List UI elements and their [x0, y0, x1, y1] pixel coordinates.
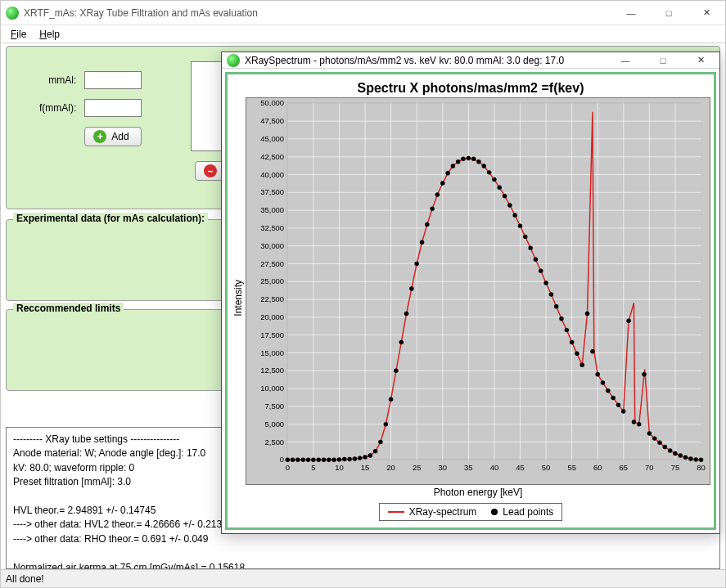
- svg-text:0: 0: [280, 456, 284, 465]
- svg-text:25,000: 25,000: [260, 277, 284, 286]
- svg-text:7,500: 7,500: [265, 402, 285, 411]
- chart-title: Spectru X photons/mas/mm2 =f(kev): [231, 78, 710, 97]
- svg-point-148: [652, 437, 656, 441]
- svg-point-143: [626, 319, 630, 323]
- svg-point-77: [286, 458, 290, 462]
- chart-plot[interactable]: 02,5005,0007,50010,00012,50015,00017,500…: [246, 97, 710, 485]
- svg-text:37,500: 37,500: [260, 188, 284, 197]
- plus-icon: +: [93, 130, 106, 143]
- fmmAl-label: f(mmAl):: [39, 102, 76, 114]
- svg-point-131: [565, 328, 569, 332]
- chart-legend: XRay-spectrum Lead points: [379, 503, 563, 521]
- svg-point-94: [373, 449, 377, 453]
- spectrum-minimize-button[interactable]: —: [607, 52, 644, 68]
- maximize-button[interactable]: □: [650, 1, 688, 25]
- mmAl-input[interactable]: [84, 71, 142, 89]
- chart-frame: Spectru X photons/mas/mm2 =f(kev) Intens…: [225, 72, 716, 530]
- svg-text:27,500: 27,500: [260, 259, 284, 268]
- svg-point-123: [523, 235, 527, 239]
- svg-point-117: [492, 177, 496, 182]
- spectrum-window[interactable]: XRaySpectrum - photons/mAs/mm2 vs. keV k…: [221, 52, 720, 534]
- svg-text:80: 80: [697, 463, 705, 472]
- svg-text:70: 70: [645, 463, 653, 472]
- svg-point-147: [647, 432, 652, 436]
- svg-point-114: [476, 159, 480, 164]
- svg-point-98: [394, 369, 398, 373]
- svg-point-102: [414, 262, 418, 266]
- fmmAl-input[interactable]: [84, 99, 142, 117]
- svg-point-155: [688, 457, 692, 461]
- svg-text:75: 75: [671, 463, 679, 472]
- svg-point-109: [451, 164, 455, 168]
- svg-point-138: [601, 381, 605, 385]
- svg-text:25: 25: [413, 463, 421, 472]
- spectrum-close-button[interactable]: ✕: [682, 52, 719, 68]
- svg-point-106: [435, 193, 440, 197]
- svg-point-153: [679, 454, 683, 458]
- svg-point-105: [430, 207, 434, 211]
- svg-point-80: [301, 458, 305, 462]
- svg-text:12,500: 12,500: [260, 366, 284, 375]
- close-button[interactable]: ✕: [688, 1, 725, 25]
- svg-point-118: [497, 186, 501, 190]
- svg-point-86: [331, 458, 336, 462]
- svg-point-88: [342, 457, 346, 461]
- svg-point-110: [456, 159, 460, 164]
- svg-point-122: [518, 224, 522, 228]
- svg-point-85: [327, 458, 331, 462]
- svg-text:20: 20: [386, 463, 395, 472]
- svg-text:35,000: 35,000: [260, 206, 284, 215]
- svg-text:10: 10: [335, 463, 343, 472]
- svg-point-112: [467, 156, 471, 160]
- svg-point-146: [642, 372, 646, 376]
- svg-point-103: [420, 240, 424, 245]
- svg-point-129: [554, 304, 558, 308]
- svg-text:55: 55: [567, 463, 575, 472]
- svg-point-84: [322, 458, 326, 462]
- svg-point-115: [482, 164, 486, 168]
- svg-point-150: [663, 445, 667, 449]
- svg-point-96: [384, 422, 388, 426]
- svg-text:30: 30: [439, 463, 447, 472]
- svg-text:22,500: 22,500: [260, 295, 284, 304]
- svg-point-157: [699, 458, 703, 462]
- main-titlebar[interactable]: XRTF_mAs: XRay Tube Filtration and mAs e…: [1, 1, 725, 25]
- svg-point-149: [657, 441, 661, 445]
- svg-point-101: [409, 287, 413, 291]
- add-label: Add: [111, 131, 129, 142]
- svg-text:65: 65: [620, 463, 628, 472]
- svg-text:35: 35: [464, 463, 472, 472]
- svg-point-119: [503, 194, 507, 198]
- menu-help[interactable]: Help: [34, 27, 65, 42]
- svg-point-79: [295, 458, 300, 462]
- svg-point-91: [358, 456, 362, 460]
- chart-ylabel: Intensity: [231, 97, 246, 498]
- legend-line-label: XRay-spectrum: [409, 506, 477, 518]
- svg-point-132: [570, 340, 574, 344]
- svg-point-107: [440, 182, 444, 186]
- svg-point-144: [632, 420, 636, 424]
- status-text: All done!: [6, 573, 44, 585]
- svg-text:5,000: 5,000: [265, 420, 285, 429]
- chart-xlabel: Photon energy [keV]: [246, 485, 710, 498]
- svg-point-116: [487, 170, 491, 174]
- minimize-button[interactable]: —: [612, 1, 650, 25]
- svg-point-127: [543, 281, 548, 285]
- svg-point-104: [425, 222, 429, 227]
- svg-point-92: [363, 456, 367, 460]
- spectrum-titlebar[interactable]: XRaySpectrum - photons/mAs/mm2 vs. keV k…: [222, 52, 719, 69]
- svg-point-145: [637, 422, 641, 426]
- statusbar: All done!: [1, 569, 725, 587]
- svg-text:50: 50: [542, 463, 550, 472]
- svg-point-134: [580, 363, 584, 367]
- svg-point-100: [404, 312, 408, 316]
- spectrum-maximize-button[interactable]: □: [644, 52, 682, 68]
- menu-file[interactable]: File: [6, 27, 31, 42]
- svg-text:20,000: 20,000: [260, 312, 284, 321]
- svg-point-156: [694, 458, 698, 462]
- svg-text:5: 5: [311, 463, 315, 472]
- add-button[interactable]: + Add: [84, 127, 142, 146]
- spectrum-title: XRaySpectrum - photons/mAs/mm2 vs. keV k…: [245, 55, 607, 66]
- svg-point-83: [317, 458, 321, 462]
- svg-point-111: [461, 157, 465, 161]
